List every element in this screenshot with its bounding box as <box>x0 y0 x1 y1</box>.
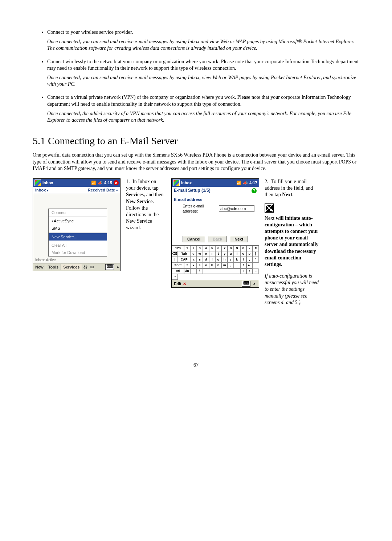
keyboard-key[interactable]: h <box>221 257 228 263</box>
keyboard-key[interactable]: 123 <box>172 246 184 251</box>
keyboard-key[interactable]: áü <box>184 269 190 274</box>
keyboard-key[interactable]: ↓ <box>240 269 246 274</box>
keyboard-key[interactable]: = <box>253 246 259 251</box>
email-input[interactable]: abc@cde.com <box>219 205 254 212</box>
up-arrow-icon[interactable]: ▲ <box>252 282 257 286</box>
keyboard-key[interactable]: ⌫ <box>172 251 178 257</box>
keyboard-key[interactable]: CAP <box>178 257 190 263</box>
keyboard-key[interactable]: k <box>234 257 240 263</box>
keyboard-key[interactable]: w <box>197 251 203 257</box>
keyboard-key[interactable]: 3 <box>197 246 203 251</box>
tab-new[interactable]: New <box>33 264 46 270</box>
keyboard-key[interactable]: x <box>190 263 196 269</box>
keyboard-key[interactable]: 6 <box>215 246 221 251</box>
keyboard-key[interactable]: 7 <box>221 246 228 251</box>
folder-dropdown[interactable]: Inbox ▾ <box>35 187 49 193</box>
start-flag-icon[interactable] <box>173 179 180 186</box>
keyboard-key[interactable]: p <box>246 251 253 257</box>
bullet-item: Connect wirelessly to the network at you… <box>47 58 359 88</box>
keyboard-key[interactable]: d <box>203 257 209 263</box>
envelope-icon[interactable]: ✉ <box>89 265 95 270</box>
keyboard-key[interactable]: 0 <box>240 246 246 251</box>
next-button[interactable]: Next <box>230 236 248 242</box>
keyboard-key[interactable]: ' <box>253 257 259 263</box>
keyboard-key[interactable]: v <box>203 263 209 269</box>
keyboard-key[interactable]: q <box>190 251 196 257</box>
up-arrow-icon[interactable]: ▲ <box>115 265 120 269</box>
keyboard-key[interactable]: g <box>215 257 221 263</box>
keyboard-icon[interactable] <box>242 281 250 287</box>
keyboard-key[interactable]: 4 <box>203 246 209 251</box>
signal-icon[interactable]: 📶 <box>91 180 96 185</box>
keyboard-key[interactable]: \ <box>197 269 203 274</box>
keyboard-key[interactable]: ] <box>172 257 178 263</box>
keyboard-key[interactable]: ↵ <box>246 263 253 269</box>
cancel-button[interactable]: Cancel <box>183 236 205 242</box>
page-number: 67 <box>33 362 359 368</box>
back-button[interactable]: Back <box>208 236 227 242</box>
keyboard-key[interactable]: ← <box>253 269 259 274</box>
tab-tools[interactable]: Tools <box>46 264 61 270</box>
sync-icon[interactable]: 🗘 <box>82 265 89 270</box>
keyboard-key[interactable]: ; <box>246 257 253 263</box>
onscreen-keyboard[interactable]: 1231234567890-=⌫Tabqwertyuiop[]CAPasdfgh… <box>172 245 259 280</box>
keyboard-key[interactable]: r <box>209 251 215 257</box>
keyboard-key[interactable]: Shift <box>172 263 184 269</box>
keyboard-key[interactable]: 8 <box>228 246 234 251</box>
keyboard-key[interactable]: Tab <box>178 251 190 257</box>
keyboard-key[interactable]: i <box>234 251 240 257</box>
keyboard-key[interactable]: l <box>240 257 246 263</box>
keyboard-key[interactable]: y <box>221 251 228 257</box>
keyboard-key[interactable]: f <box>209 257 215 263</box>
keyboard-key[interactable]: Ctl <box>172 269 184 274</box>
keyboard-key[interactable]: ↑ <box>246 269 253 274</box>
keyboard-key[interactable]: o <box>240 251 246 257</box>
services-menu: Connect • ActiveSync SMS New Service... … <box>48 209 107 257</box>
menu-activesync[interactable]: • ActiveSync <box>49 217 107 225</box>
signal-icon[interactable]: 📶 <box>236 180 241 185</box>
pda-title: Inbox <box>181 180 192 185</box>
start-flag-icon[interactable] <box>34 179 41 186</box>
edit-label[interactable]: Edit <box>174 281 181 286</box>
menu-clear-all[interactable]: Clear All <box>49 242 107 249</box>
keyboard-key[interactable]: 1 <box>184 246 190 251</box>
edit-bar: Edit ✕ ▲ <box>172 280 259 287</box>
keyboard-key[interactable]: / <box>240 263 246 269</box>
keyboard-key[interactable]: u <box>228 251 234 257</box>
keyboard-key[interactable]: [ <box>253 251 259 257</box>
keyboard-key[interactable]: b <box>209 263 215 269</box>
cancel-x-icon[interactable]: ✕ <box>183 281 186 286</box>
menu-sms[interactable]: SMS <box>49 225 107 232</box>
keyboard-key[interactable]: s <box>197 257 203 263</box>
keyboard-key[interactable]: t <box>215 251 221 257</box>
keyboard-key[interactable]: z <box>184 263 190 269</box>
keyboard-key[interactable]: c <box>197 263 203 269</box>
keyboard-key[interactable]: n <box>215 263 221 269</box>
keyboard-key[interactable]: e <box>203 251 209 257</box>
keyboard-key[interactable]: m <box>221 263 228 269</box>
keyboard-key[interactable] <box>203 269 240 274</box>
step-1-text: 1.In Inbox on your device, tap Services,… <box>126 178 166 231</box>
help-icon[interactable]: ? <box>252 188 257 193</box>
keyboard-key[interactable]: j <box>228 257 234 263</box>
keyboard-key[interactable]: . <box>234 263 240 269</box>
keyboard-key[interactable]: , <box>228 263 234 269</box>
menu-new-service[interactable]: New Service... <box>49 233 107 241</box>
keyboard-key[interactable]: 2 <box>190 246 196 251</box>
email-address-section: E-mail address Enter e-mail address: abc… <box>172 195 259 214</box>
volume-icon[interactable]: 📣 <box>243 180 248 185</box>
keyboard-icon[interactable] <box>105 264 114 270</box>
keyboard-key[interactable]: ` <box>190 269 196 274</box>
menu-connect[interactable]: Connect <box>49 209 107 216</box>
keyboard-key[interactable]: 5 <box>209 246 215 251</box>
bullet-note: Once connected, the added security of a … <box>47 110 359 124</box>
keyboard-key[interactable]: 9 <box>234 246 240 251</box>
close-icon[interactable]: ✕ <box>114 180 119 185</box>
menu-mark-download[interactable]: Mark for Download <box>49 249 107 256</box>
keyboard-key[interactable]: - <box>246 246 253 251</box>
tab-services[interactable]: Services <box>61 264 82 270</box>
keyboard-key[interactable]: → <box>172 274 178 280</box>
volume-icon[interactable]: 📣 <box>98 180 103 185</box>
sort-dropdown[interactable]: Received Date ▾ <box>88 187 118 193</box>
keyboard-key[interactable]: a <box>190 257 196 263</box>
